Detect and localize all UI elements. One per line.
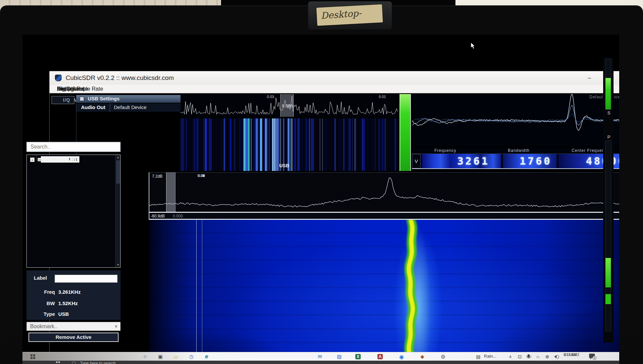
waterfall-stripe <box>362 118 363 171</box>
power-meter-label: P <box>606 134 612 140</box>
waterfall-stripe <box>381 118 382 171</box>
bookmark-dropdown[interactable]: Bookmark.. ∨ <box>26 322 121 331</box>
news-widget-icon[interactable]: ▤ <box>475 354 481 360</box>
audio-level-meter[interactable] <box>400 94 411 171</box>
main-spectrum-panel[interactable]: 7.2dB <box>149 172 619 212</box>
waterfall-stripe <box>243 118 243 171</box>
cast-icon[interactable]: ⊡ <box>517 354 523 360</box>
waterfall-stripe <box>211 118 211 171</box>
frequency-digits[interactable]: 3261 <box>422 154 501 168</box>
waterfall-stripe <box>306 118 307 171</box>
waterfall-stripe <box>186 118 187 171</box>
audio-waterfall-panel[interactable]: USB <box>181 118 398 171</box>
waterfall-stripe <box>248 118 249 171</box>
demod-edge-line[interactable] <box>196 220 197 361</box>
scope-panel[interactable] <box>412 94 619 146</box>
main-spectrum-ticks: 0.010.020.030.040.050.060.070.080.09 <box>194 174 597 178</box>
start-button-icon[interactable] <box>56 361 60 364</box>
date-text: 3/15/2022 <box>564 353 579 357</box>
3d-viewer-icon[interactable]: ◆ <box>419 353 426 360</box>
remove-active-button[interactable]: Remove Active <box>28 333 119 342</box>
waterfall-stripe <box>183 118 184 171</box>
volume-meter-label[interactable]: V <box>412 154 421 168</box>
tree-item[interactable]: 11.15KHz LSB <box>27 156 113 164</box>
waterfall-texture <box>149 220 619 361</box>
scroll-up-icon[interactable]: ▲ <box>116 156 120 159</box>
waterfall-stripe <box>230 118 231 171</box>
waterfall-stripe <box>311 118 312 171</box>
collapse-box-icon[interactable] <box>80 97 84 101</box>
minimize-button[interactable]: – <box>583 73 596 83</box>
menu-item[interactable]: Display <box>53 85 78 93</box>
news-widget-label[interactable]: Rain... <box>484 354 497 359</box>
waterfall-stripe <box>221 118 222 171</box>
power-meter[interactable] <box>605 141 611 331</box>
title-bar[interactable]: CubicSDR v0.2.2 :: www.cubicsdr.com – ▢ … <box>50 71 619 85</box>
waterfall-stripe <box>244 118 245 171</box>
squelch-meter-label: S <box>606 110 612 115</box>
microphone-icon[interactable] <box>527 354 530 358</box>
edge-icon[interactable]: e <box>203 353 210 360</box>
waterfall-stripe <box>254 118 255 171</box>
cortana-icon[interactable]: ○ <box>142 353 148 360</box>
bandwidth-field-label: Bandwidth <box>508 148 529 153</box>
setting-value[interactable]: Default Device <box>114 104 147 110</box>
bandwidth-digits[interactable]: 1760 <box>503 154 557 168</box>
digit-bar: V 3261 1760 48000 <box>412 154 619 169</box>
speaker-icon[interactable] <box>554 355 557 358</box>
search-input[interactable] <box>26 142 121 152</box>
waterfall-stripe <box>243 118 244 171</box>
scope-waveform <box>412 94 619 146</box>
chrome-icon[interactable]: ◉ <box>398 353 405 360</box>
search-hint-text[interactable]: Type here to search <box>80 361 116 364</box>
waterfall-stripe <box>305 118 306 171</box>
freq-row: Freq 3.261KHz <box>26 288 121 297</box>
excel-icon[interactable]: X <box>355 354 361 359</box>
main-waterfall-panel[interactable]: USB <box>149 220 619 361</box>
waterfall-stripe <box>245 118 246 171</box>
scrollbar-thumb[interactable] <box>116 160 120 184</box>
task-view-icon[interactable]: ▣ <box>157 353 164 360</box>
waterfall-stripe <box>277 118 278 171</box>
settings-icon[interactable]: ⚙ <box>440 353 446 360</box>
tray-overflow-icon[interactable]: ∧ <box>507 354 513 360</box>
type-row: Type USB <box>26 310 121 319</box>
windows-taskbar: ○▣▱◷e✉▨XA◉◆⚙ ▤ Rain... ∧ ⊡ ∩ ⊕ 8:13 AM 3… <box>22 352 619 361</box>
mode-button[interactable]: I/Q <box>52 96 74 104</box>
close-button[interactable]: ✕ <box>617 73 619 83</box>
waterfall-stripe <box>302 118 303 171</box>
squelch-meter[interactable] <box>605 59 611 110</box>
network-globe-icon[interactable]: ⊕ <box>544 354 550 360</box>
label-input[interactable] <box>55 275 118 283</box>
tree-scrollbar[interactable]: ▲ ▼ <box>115 155 120 267</box>
freq-value: 3.261KHz <box>58 289 81 295</box>
scroll-down-icon[interactable]: ▼ <box>116 263 120 266</box>
mail-icon[interactable]: ✉ <box>316 353 323 360</box>
main-demod-overlay[interactable] <box>166 172 175 212</box>
file-explorer-icon[interactable]: ▱ <box>172 353 179 360</box>
photo-of-monitor: Desktop- CubicSDR v0.2.2 :: www.cubicsdr… <box>0 0 643 364</box>
second-screen-sliver: Type here to search <box>22 361 619 364</box>
alarms-icon[interactable]: ◷ <box>188 353 195 360</box>
settings-panel-header: USB Settings <box>76 95 183 103</box>
frequency-control-strip: Frequency Bandwidth Center Frequency V 3… <box>412 148 619 170</box>
menu-bar: FileSettingsSample RateAudio Sample Rate… <box>50 85 619 93</box>
settings-row[interactable]: Audio Out Default Device <box>76 103 183 112</box>
taskbar-icons: ○▣▱◷e✉▨XA◉◆⚙ <box>22 352 471 361</box>
tree-item-label[interactable]: 11.15KHz LSB <box>43 157 76 162</box>
photos-icon[interactable]: ▨ <box>336 353 343 360</box>
type-value: USB <box>58 311 69 317</box>
power-meter-fill <box>605 258 611 287</box>
waterfall-stripe <box>348 118 349 171</box>
access-icon[interactable]: A <box>377 354 383 359</box>
demod-edge-line[interactable] <box>202 220 202 361</box>
waterfall-stripe <box>209 118 210 171</box>
cortana-icon[interactable] <box>72 361 76 364</box>
waterfall-stripe <box>205 118 207 171</box>
waterfall-stripe <box>292 118 292 171</box>
bookmark-tree-panel: - Active 3.261KHz USB + View Ranges <box>26 155 121 268</box>
headset-icon[interactable]: ∩ <box>535 354 541 360</box>
tick-label: 0.09 <box>194 174 209 178</box>
waterfall-stripe <box>235 118 235 171</box>
audio-spectrum-tick: 0.03 <box>267 95 274 99</box>
